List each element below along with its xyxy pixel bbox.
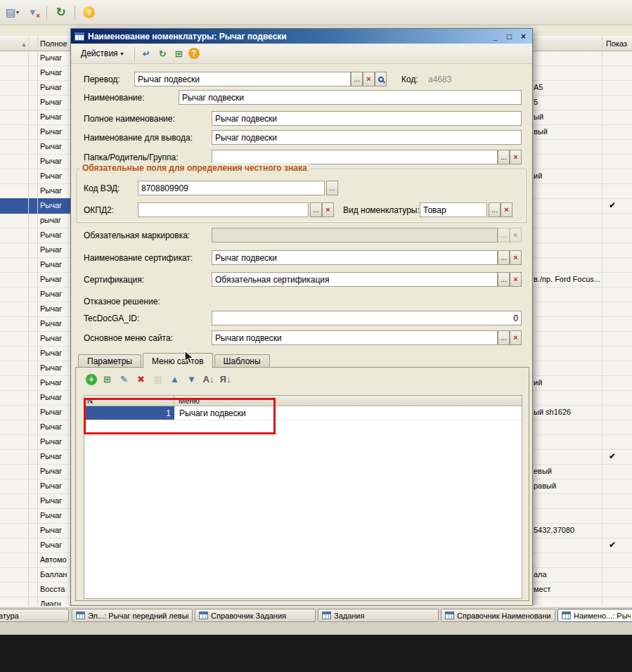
row-extra-cell: А5 — [534, 83, 543, 91]
perevod-input[interactable] — [134, 72, 351, 86]
sort-desc-icon[interactable]: Я↓ — [219, 373, 232, 386]
delete-icon[interactable]: ✖ — [134, 373, 148, 386]
okpd2-input[interactable] — [138, 202, 309, 217]
row-name-cell: Рычаг — [40, 422, 62, 431]
dialog-title: Наименование номенклатуры: Рычаг подвеск… — [88, 32, 486, 41]
dropdown-arrow-icon: ▾ — [16, 9, 19, 15]
row-extra-cell: мест — [534, 585, 550, 593]
refresh-icon[interactable]: ↻ — [51, 4, 70, 21]
help-icon[interactable]: ? — [79, 4, 98, 21]
tecdoc-input[interactable] — [212, 311, 522, 325]
okpd2-clear-button[interactable]: × — [322, 202, 334, 217]
window-tab[interactable]: Эл...: Рычаг передний левый — [72, 609, 193, 622]
row-extra-cell: ий — [534, 172, 542, 180]
menu-table-row[interactable]: 1 Рычаги подвески — [84, 406, 522, 420]
osn-menu-input[interactable] — [212, 330, 498, 345]
perevod-clear-button[interactable]: × — [363, 72, 375, 86]
perevod-label: Перевод: — [84, 75, 120, 84]
save-order-icon: ▤ — [151, 373, 165, 386]
vyvod-input[interactable] — [212, 130, 522, 145]
papka-input[interactable] — [212, 150, 498, 164]
sertifikat-input[interactable] — [212, 250, 498, 265]
window-tab[interactable]: Справочник Наименовани... — [441, 609, 555, 622]
window-tab[interactable]: Справочник Задания — [195, 609, 316, 622]
write-icon[interactable]: ↵ — [140, 47, 153, 60]
cell-n[interactable]: 1 — [84, 406, 174, 420]
sertifikaciya-clear-button[interactable]: × — [510, 272, 522, 287]
tab-shablony[interactable]: Шаблоны — [214, 354, 270, 367]
vid-ellipsis-button[interactable]: ... — [489, 202, 501, 217]
row-name-cell: Рычаг — [40, 157, 62, 165]
vid-nomenklatury-input[interactable] — [420, 202, 487, 217]
view-settings-icon[interactable]: ▤ ▾ — [3, 4, 22, 21]
perevod-ellipsis-button[interactable]: ... — [351, 72, 363, 86]
papka-clear-button[interactable]: × — [510, 150, 522, 164]
edit-icon[interactable]: ✎ — [117, 373, 131, 386]
actions-button[interactable]: Действия ▾ — [75, 46, 129, 61]
kod-ved-input[interactable] — [138, 181, 325, 195]
window-tab[interactable]: атура — [0, 609, 69, 622]
row-name-cell: Рычаг — [40, 349, 62, 357]
window-tab[interactable]: Задания — [318, 609, 439, 622]
move-down-icon[interactable]: ▼ — [185, 373, 198, 386]
dialog-window: Наименование номенклатуры: Рычаг подвеск… — [70, 28, 533, 606]
filter-clear-icon[interactable]: ▼ × — [23, 4, 42, 21]
sertifikaciya-ellipsis-button[interactable]: ... — [498, 272, 510, 287]
tab-panel: +⊞✎✖▤▲▼А↓Я↓ N Меню 1 Рычаги подвески — [75, 367, 529, 601]
kod-ved-label: Код ВЭД: — [84, 183, 120, 193]
kod-ved-ellipsis-button[interactable]: ... — [326, 181, 338, 195]
move-up-icon[interactable]: ▲ — [168, 373, 181, 386]
window-tab-label: атура — [0, 612, 19, 620]
column-header-show[interactable]: Показ — [606, 39, 627, 48]
sort-indicator-icon: ▲ — [21, 41, 27, 48]
vid-clear-button[interactable]: × — [501, 202, 512, 217]
sertifikat-ellipsis-button[interactable]: ... — [498, 250, 510, 265]
add-copy-icon[interactable]: ⊞ — [101, 373, 114, 386]
polnoe-input[interactable] — [212, 111, 522, 126]
sort-asc-icon[interactable]: А↓ — [202, 373, 215, 386]
column-header-name[interactable]: Полное — [40, 39, 67, 48]
maximize-button[interactable]: □ — [504, 32, 515, 41]
document-grid-icon — [562, 612, 571, 619]
dialog-title-bar[interactable]: Наименование номенклатуры: Рычаг подвеск… — [71, 29, 532, 44]
document-grid-icon — [75, 32, 84, 41]
row-name-cell: Рычаг — [40, 304, 62, 313]
naimenovanie-label: Наименование: — [84, 93, 145, 103]
tab-menu-saitov[interactable]: Меню сайтов — [143, 353, 213, 368]
row-extra-cell: в./пр. Ford Focus... — [534, 275, 600, 283]
vid-nomenklatury-label: Вид номенклатуры: — [343, 205, 420, 215]
sertifikaciya-input[interactable] — [212, 272, 498, 287]
sertifikat-clear-button[interactable]: × — [510, 250, 522, 265]
naimenovanie-input[interactable] — [179, 90, 522, 105]
markirovka-ellipsis-button: ... — [498, 228, 510, 243]
add-icon[interactable]: + — [86, 374, 97, 385]
copy-icon[interactable]: ⊞ — [172, 47, 186, 60]
kod-label: Код: — [401, 75, 418, 84]
row-name-cell: Диагн — [40, 600, 61, 606]
window-tab[interactable]: Наимено...: Рыч — [557, 609, 632, 622]
main-toolbar: ▤ ▾ ▼ × ↻ ? — [0, 0, 632, 25]
row-name-cell: Рычаг — [40, 526, 62, 534]
okpd2-ellipsis-button[interactable]: ... — [310, 202, 322, 217]
column-header-n[interactable]: N — [84, 396, 174, 406]
perevod-search-button[interactable] — [375, 72, 387, 86]
os-taskbar — [0, 635, 632, 672]
row-name-cell: Рычаг — [40, 83, 62, 91]
refresh-icon[interactable]: ↻ — [156, 47, 169, 60]
tab-parametry[interactable]: Параметры — [78, 354, 141, 367]
close-button[interactable]: × — [518, 32, 529, 41]
osn-menu-ellipsis-button[interactable]: ... — [498, 330, 510, 345]
row-name-cell: Рычаг — [40, 437, 62, 446]
clear-overlay-icon: × — [36, 12, 40, 20]
help-icon[interactable]: ? — [188, 48, 200, 59]
refresh-glyph: ↻ — [56, 5, 65, 20]
kod-value: a4683 — [428, 75, 451, 84]
minimize-button[interactable]: _ — [490, 32, 501, 41]
papka-ellipsis-button[interactable]: ... — [498, 150, 510, 164]
cell-menu[interactable]: Рычаги подвески — [174, 406, 522, 420]
column-header-menu[interactable]: Меню — [174, 396, 522, 406]
actions-label: Действия — [81, 49, 118, 58]
row-name-cell: Рычаг — [40, 482, 62, 490]
osn-menu-clear-button[interactable]: × — [510, 330, 522, 345]
sertifikaciya-label: Сертификация: — [84, 275, 144, 285]
